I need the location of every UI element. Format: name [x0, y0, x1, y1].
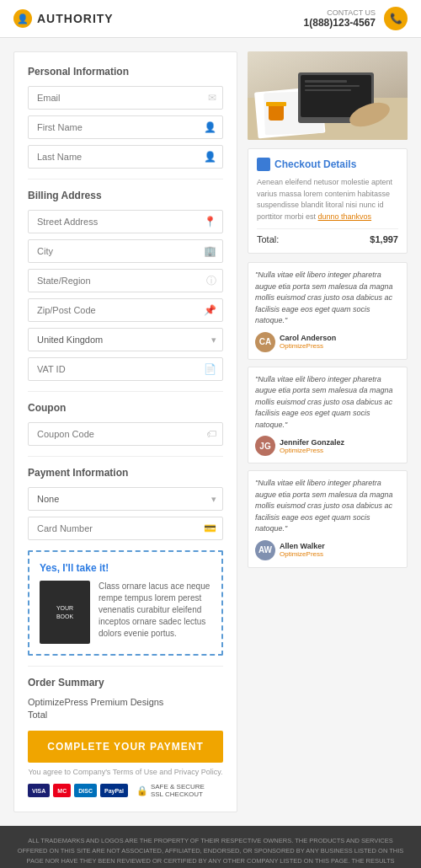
personal-info-title: Personal Information: [28, 66, 223, 78]
checkout-details-box: Checkout Details Aenean eleifend netusor…: [248, 148, 408, 254]
author-link: OptimizePress: [280, 447, 344, 454]
order-total-label: Total: [28, 710, 47, 720]
upsell-description: Class ornare lacus ace neque rempe tempu…: [99, 581, 211, 640]
order-product-row: OptimizePress Premium Designs: [28, 697, 223, 707]
logo-icon: 👤: [13, 9, 32, 28]
coupon-input[interactable]: [28, 422, 223, 446]
pin-icon: 📌: [204, 304, 216, 316]
author-name: Allen Walker: [280, 542, 325, 550]
email-icon: ✉: [208, 92, 216, 104]
testimonials-container: "Nulla vitae elit libero integer pharetr…: [248, 262, 408, 568]
header-contact: CONTACT US 1(888)123-4567 📞: [304, 7, 408, 30]
testimonial-author: CA Carol Anderson OptimizePress: [255, 332, 400, 352]
email-input[interactable]: [28, 86, 223, 110]
testimonial-author: AW Allen Walker OptimizePress: [255, 540, 400, 560]
testimonial-item: "Nulla vitae elit libero integer pharetr…: [248, 367, 408, 464]
svg-rect-10: [266, 102, 286, 106]
card-number-input[interactable]: [28, 517, 223, 540]
header: 👤 AUTHORITY CONTACT US 1(888)123-4567 📞: [0, 0, 421, 38]
header-logo: 👤 AUTHORITY: [13, 9, 114, 28]
paypal-badge: PayPal: [100, 784, 128, 797]
user-icon: 👤: [204, 121, 216, 133]
upsell-content: YOURBOOK Class ornare lacus ace neque re…: [40, 581, 211, 644]
ssl-text: SAFE & SECURESSL CHECKOUT: [151, 783, 205, 798]
checkout-link[interactable]: dunno thankvos: [318, 212, 372, 221]
payment-method-group: None Credit Card PayPal: [28, 487, 223, 511]
testimonial-author: JG Jennifer Gonzalez OptimizePress: [255, 436, 400, 456]
first-name-input[interactable]: [28, 115, 223, 139]
state-input[interactable]: [28, 269, 223, 292]
first-name-group: 👤: [28, 115, 223, 139]
hero-image-inner: [248, 51, 408, 140]
author-name: Carol Anderson: [280, 334, 336, 342]
testimonial-item: "Nulla vitae elit libero integer pharetr…: [248, 262, 408, 360]
coupon-group: 🏷: [28, 422, 223, 446]
payment-badges: VISA MC DISC PayPal 🔒 SAFE & SECURESSL C…: [28, 783, 223, 798]
info-icon: ⓘ: [206, 274, 216, 288]
card-icon: 💳: [204, 522, 216, 534]
mastercard-badge: MC: [53, 784, 71, 797]
left-column: Personal Information ✉ 👤 👤 Billing Addre…: [13, 51, 237, 812]
email-group: ✉: [28, 86, 223, 110]
visa-badge: VISA: [28, 784, 50, 797]
city-input[interactable]: [28, 239, 223, 263]
state-group: ⓘ: [28, 269, 223, 292]
testimonial-item: "Nulla vitae elit libero integer pharetr…: [248, 470, 408, 568]
checkout-total: Total: $1,997: [257, 228, 398, 244]
coupon-title: Coupon: [28, 402, 223, 414]
right-column: Checkout Details Aenean eleifend netusor…: [248, 51, 408, 812]
header-logo-text: AUTHORITY: [37, 12, 114, 25]
disclaimer-text: ALL TRADEMARKS AND LOGOS ARE THE PROPERT…: [18, 837, 404, 868]
checkout-total-price: $1,997: [370, 234, 398, 244]
hero-image-svg: [248, 51, 408, 140]
contact-phone: 1(888)123-4567: [304, 17, 376, 29]
order-product-name: OptimizePress Premium Designs: [28, 697, 163, 707]
complete-payment-button[interactable]: COMPLETE YOUR PAYMENT: [28, 731, 223, 763]
checkout-icon: [257, 158, 270, 171]
order-total-row: Total: [28, 710, 223, 720]
disc-badge: DISC: [74, 784, 97, 797]
user-icon2: 👤: [204, 151, 216, 163]
street-group: 📍: [28, 210, 223, 233]
svg-rect-7: [305, 89, 351, 91]
zip-group: 📌: [28, 298, 223, 322]
svg-rect-6: [305, 85, 360, 87]
last-name-group: 👤: [28, 145, 223, 169]
avatar: JG: [255, 436, 275, 456]
checkout-total-label: Total:: [257, 234, 279, 244]
last-name-input[interactable]: [28, 145, 223, 169]
upsell-title: Yes, I'll take it!: [40, 562, 211, 574]
upsell-box: Yes, I'll take it! YOURBOOK Class ornare…: [28, 550, 223, 656]
main-content: Personal Information ✉ 👤 👤 Billing Addre…: [0, 38, 421, 826]
avatar: CA: [255, 332, 275, 352]
author-link: OptimizePress: [280, 550, 325, 558]
street-input[interactable]: [28, 210, 223, 233]
disclaimer-bar: ALL TRADEMARKS AND LOGOS ARE THE PROPERT…: [0, 826, 421, 868]
checkout-description: Aenean eleifend netusor molestie aptent …: [257, 177, 398, 222]
card-number-group: 💳: [28, 517, 223, 540]
city-group: 🏢: [28, 239, 223, 263]
country-select[interactable]: United Kingdom United States Canada Aust…: [28, 328, 223, 351]
ssl-badge: 🔒 SAFE & SECURESSL CHECKOUT: [136, 783, 205, 798]
upsell-book-image: YOURBOOK: [40, 581, 90, 644]
vat-icon: 📄: [204, 363, 216, 375]
svg-rect-5: [305, 80, 347, 83]
checkout-details-title: Checkout Details: [257, 158, 398, 171]
country-group: United Kingdom United States Canada Aust…: [28, 328, 223, 351]
avatar: AW: [255, 540, 275, 560]
author-name: Jennifer Gonzalez: [280, 438, 344, 447]
payment-method-select[interactable]: None Credit Card PayPal: [28, 487, 223, 511]
location-icon: 📍: [204, 216, 216, 228]
agree-text: You agree to Company's Terms of Use and …: [28, 768, 223, 776]
vat-input[interactable]: [28, 357, 223, 381]
contact-label: CONTACT US: [304, 8, 376, 17]
billing-title: Billing Address: [28, 190, 223, 201]
lock-icon: 🔒: [136, 785, 148, 796]
zip-input[interactable]: [28, 298, 223, 322]
order-summary-title: Order Summary: [28, 677, 223, 689]
payment-title: Payment Information: [28, 467, 223, 479]
vat-group: 📄: [28, 357, 223, 381]
phone-icon: 📞: [384, 7, 408, 30]
testimonial-text: "Nulla vitae elit libero integer pharetr…: [255, 270, 400, 327]
coupon-icon: 🏷: [206, 428, 216, 440]
